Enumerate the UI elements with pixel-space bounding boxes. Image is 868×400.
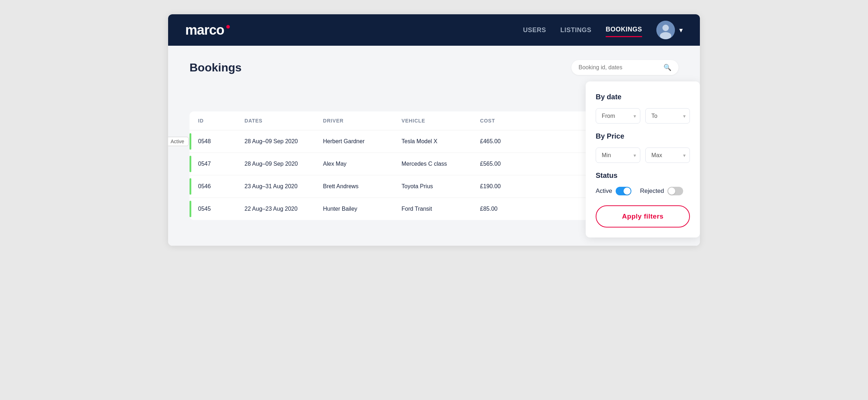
- cell-actions: [534, 201, 562, 217]
- cell-driver: Brett Andrews: [323, 175, 402, 198]
- cell-driver: Hunter Bailey: [323, 198, 402, 220]
- filter-from-select[interactable]: From Jan 2020 Feb 2020 Mar 2020: [596, 108, 640, 124]
- logo-dot: [226, 25, 230, 29]
- filter-to-wrapper: To Sep 2020 Oct 2020 Nov 2020 ▾: [645, 108, 690, 124]
- row-status-indicator: [190, 133, 191, 150]
- cell-dates: 23 Aug–31 Aug 2020: [244, 175, 323, 198]
- cell-dates: 28 Aug–09 Sep 2020: [244, 130, 323, 152]
- logo: marco: [185, 22, 230, 38]
- avatar-chevron-down-icon[interactable]: ▾: [679, 26, 683, 34]
- nav-listings[interactable]: LISTINGS: [560, 24, 591, 37]
- cell-dates: 22 Aug–23 Aug 2020: [244, 198, 323, 220]
- main-content: Bookings 🔍 Search filters ▾ ID DATES DR: [168, 46, 700, 246]
- svg-point-1: [662, 25, 669, 31]
- cell-cost: £85.00: [480, 198, 534, 220]
- status-rejected-toggle[interactable]: [667, 187, 683, 195]
- row-status-indicator: [190, 201, 191, 217]
- filter-status-title: Status: [596, 171, 690, 180]
- apply-filters-button[interactable]: Apply filters: [596, 205, 690, 228]
- search-bar: 🔍: [571, 60, 678, 75]
- search-icon: 🔍: [663, 64, 671, 71]
- cell-dates: 28 Aug–09 Sep 2020: [244, 153, 323, 175]
- status-active-toggle[interactable]: [616, 187, 631, 195]
- main-nav: USERS LISTINGS BOOKINGS ▾: [523, 21, 683, 39]
- filter-panel: By date From Jan 2020 Feb 2020 Mar 2020 …: [586, 81, 700, 238]
- cell-id: Active 0548: [198, 130, 244, 152]
- filter-max-select[interactable]: Max £500 £1000 £2000: [645, 148, 690, 163]
- cell-driver: Alex May: [323, 153, 402, 175]
- nav-bookings[interactable]: BOOKINGS: [606, 23, 642, 37]
- row-status-indicator: [190, 156, 191, 172]
- cell-id: 0545: [198, 198, 244, 220]
- filter-by-price-title: By Price: [596, 132, 690, 140]
- cell-cost: £190.00: [480, 175, 534, 198]
- status-row: Active Rejected: [596, 187, 690, 195]
- col-id: ID: [198, 111, 244, 130]
- nav-users[interactable]: USERS: [523, 24, 546, 37]
- cell-actions: [534, 156, 562, 172]
- col-dates: DATES: [244, 111, 323, 130]
- col-actions: [534, 111, 562, 130]
- cell-cost: £565.00: [480, 153, 534, 175]
- cell-id: 0546: [198, 175, 244, 198]
- col-cost: COST: [480, 111, 534, 130]
- cell-vehicle: Tesla Model X: [402, 130, 480, 152]
- filter-to-select[interactable]: To Sep 2020 Oct 2020 Nov 2020: [645, 108, 690, 124]
- cell-actions: [534, 179, 562, 194]
- toggle-thumb: [624, 188, 631, 195]
- avatar[interactable]: [656, 21, 675, 39]
- col-vehicle: VEHICLE: [402, 111, 480, 130]
- cell-id: 0547: [198, 153, 244, 175]
- status-active-item: Active: [596, 187, 631, 195]
- filter-price-row: Min £0 £100 £200 £500 ▾ Max £500: [596, 148, 690, 163]
- logo-text: marco: [185, 22, 224, 38]
- filter-date-row: From Jan 2020 Feb 2020 Mar 2020 ▾ To Sep…: [596, 108, 690, 124]
- status-rejected-label: Rejected: [640, 188, 664, 195]
- search-input[interactable]: [579, 64, 663, 71]
- filter-min-wrapper: Min £0 £100 £200 £500 ▾: [596, 148, 640, 163]
- status-active-label: Active: [596, 188, 612, 195]
- toggle-thumb: [668, 188, 675, 195]
- nav-right: ▾: [656, 21, 683, 39]
- filter-max-wrapper: Max £500 £1000 £2000 ▾: [645, 148, 690, 163]
- cell-vehicle: Mercedes C class: [402, 153, 480, 175]
- cell-vehicle: Ford Transit: [402, 198, 480, 220]
- cell-actions: [534, 134, 562, 149]
- cell-cost: £465.00: [480, 130, 534, 152]
- filter-min-select[interactable]: Min £0 £100 £200 £500: [596, 148, 640, 163]
- cell-driver: Herbert Gardner: [323, 130, 402, 152]
- cell-vehicle: Toyota Prius: [402, 175, 480, 198]
- top-row: Bookings 🔍: [190, 60, 678, 75]
- status-badge: Active: [168, 137, 189, 146]
- page-title: Bookings: [190, 61, 242, 74]
- row-status-indicator: [190, 178, 191, 195]
- filter-by-date-title: By date: [596, 93, 690, 101]
- col-driver: DRIVER: [323, 111, 402, 130]
- status-rejected-item: Rejected: [640, 187, 683, 195]
- svg-point-2: [660, 32, 671, 39]
- filter-from-wrapper: From Jan 2020 Feb 2020 Mar 2020 ▾: [596, 108, 640, 124]
- app-header: marco USERS LISTINGS BOOKINGS ▾: [168, 14, 700, 46]
